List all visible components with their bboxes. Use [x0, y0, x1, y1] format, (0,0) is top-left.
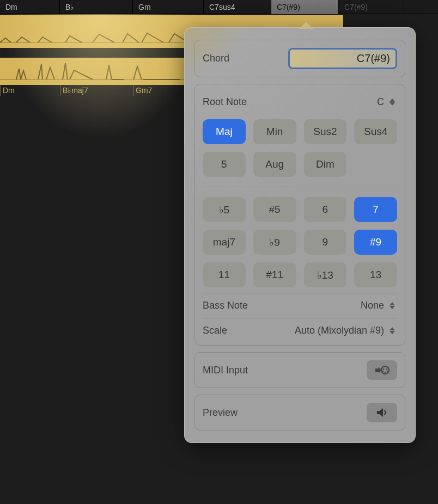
region-chord-label: B♭maj7 [60, 85, 133, 96]
bass-note-value: None [361, 300, 384, 311]
chord-tab[interactable]: C7sus4 [204, 0, 271, 14]
midi-input-section: MIDI Input [194, 352, 405, 388]
extension-pill-6[interactable]: 6 [304, 197, 347, 222]
speaker-icon [375, 407, 388, 418]
midi-input-button[interactable] [367, 360, 397, 380]
svg-point-5 [382, 371, 384, 372]
extension-pill-9[interactable]: 9 [304, 230, 347, 255]
quality-pill-dim[interactable]: Dim [304, 152, 347, 177]
extension-pill-13[interactable]: 13 [354, 262, 397, 287]
midi-in-icon [374, 365, 390, 376]
chord-label: Chord [203, 53, 229, 64]
scale-value: Auto (Mixolydian #9) [295, 325, 384, 336]
quality-grid-2: 5AugDim [203, 152, 397, 177]
root-note-select[interactable]: C [377, 96, 397, 108]
chord-tab[interactable]: C7(#9) [339, 0, 404, 14]
extension-pill-b13[interactable]: ♭13 [304, 262, 347, 287]
popover-arrow-icon [299, 21, 313, 28]
preview-section: Preview [194, 395, 405, 431]
extension-pill-s11[interactable]: #11 [253, 262, 296, 287]
chord-track: DmB♭GmC7sus4C7(#9)C7(#9) [0, 0, 438, 14]
quality-pill-min[interactable]: Min [253, 119, 296, 144]
chord-tab[interactable]: C7(#9) [271, 0, 339, 14]
chord-name-section: Chord [194, 40, 405, 77]
svg-point-6 [387, 371, 388, 372]
chord-name-input[interactable] [288, 48, 397, 69]
quality-pill-sus2[interactable]: Sus2 [304, 119, 347, 144]
chord-properties-section: Root Note C MajMinSus2Sus4 5AugDim ♭5#56… [194, 84, 405, 346]
extensions-grid-3: 11#11♭1313 [203, 262, 397, 287]
root-note-value: C [377, 96, 384, 108]
extension-pill-b5[interactable]: ♭5 [203, 197, 246, 222]
quality-grid: MajMinSus2Sus4 [203, 119, 397, 144]
quality-pill-maj[interactable]: Maj [203, 119, 246, 144]
chord-tab[interactable]: Gm [133, 0, 204, 14]
svg-point-4 [386, 368, 387, 370]
svg-point-7 [385, 372, 386, 373]
preview-label: Preview [203, 407, 238, 419]
extensions-grid-2: maj7♭99#9 [203, 230, 397, 255]
extensions-grid: ♭5#567 [203, 187, 397, 222]
extension-pill-11[interactable]: 11 [203, 262, 246, 287]
chord-editor-popover: Chord Root Note C MajMinSus2Sus4 5AugDim… [184, 27, 416, 443]
stepper-icon [387, 300, 397, 312]
preview-button[interactable] [367, 403, 397, 422]
quality-pill-5[interactable]: 5 [203, 152, 246, 177]
chord-tab[interactable]: Dm [0, 0, 60, 14]
bass-note-select[interactable]: None [361, 300, 397, 312]
chord-tab[interactable]: B♭ [60, 0, 133, 14]
scale-select[interactable]: Auto (Mixolydian #9) [295, 325, 397, 337]
scale-label: Scale [203, 325, 227, 336]
root-note-label: Root Note [203, 96, 247, 108]
region-chord-label: Dm [0, 85, 60, 96]
svg-point-3 [383, 368, 384, 370]
stepper-icon [387, 96, 397, 108]
midi-input-label: MIDI Input [203, 365, 248, 376]
extension-pill-s9[interactable]: #9 [354, 230, 397, 255]
bass-note-label: Bass Note [203, 300, 248, 311]
stepper-icon [387, 325, 397, 337]
extension-pill-s5[interactable]: #5 [253, 197, 296, 222]
quality-pill-aug[interactable]: Aug [253, 152, 296, 177]
extension-pill-7[interactable]: 7 [354, 197, 397, 222]
extension-pill-b9[interactable]: ♭9 [253, 230, 296, 255]
quality-pill-sus4[interactable]: Sus4 [354, 119, 397, 144]
extension-pill-maj7[interactable]: maj7 [203, 230, 246, 255]
